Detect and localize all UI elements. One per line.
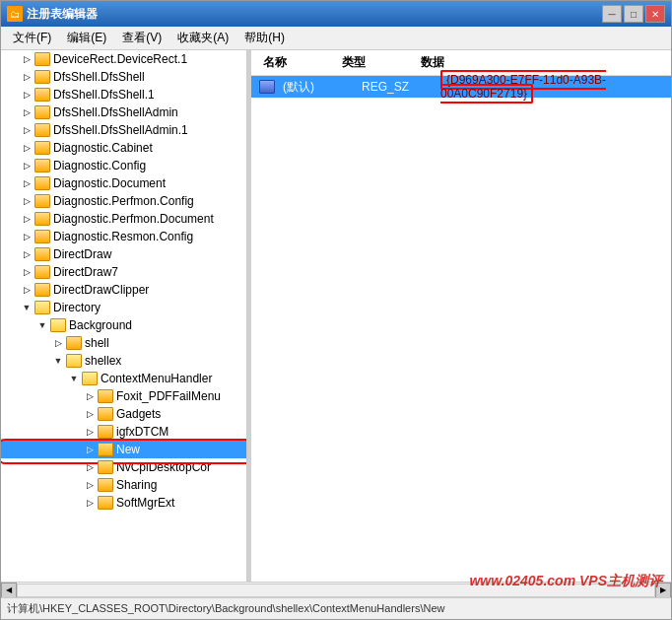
- tree-item-igfxdtcm[interactable]: ▷ igfxDTCM: [1, 423, 246, 441]
- tree-item-new[interactable]: ▷ New: [1, 441, 246, 458]
- tree-item-label: Sharing: [116, 478, 157, 492]
- tree-scroll[interactable]: ▷ DeviceRect.DeviceRect.1 ▷ DfsShell.Dfs…: [1, 50, 246, 582]
- maximize-button[interactable]: □: [624, 5, 643, 23]
- menu-file[interactable]: 文件(F): [5, 28, 59, 48]
- folder-icon: [98, 425, 113, 439]
- tree-item-dfshelladmin1[interactable]: ▷ DfsShell.DfsShellAdmin.1: [1, 121, 246, 139]
- expand-icon[interactable]: ▷: [19, 246, 34, 262]
- expand-icon[interactable]: ▷: [19, 264, 34, 280]
- tree-item-label: igfxDTCM: [116, 425, 168, 439]
- expand-icon[interactable]: ▷: [82, 406, 98, 422]
- tree-item-label: Diagnostic.Resmon.Config: [53, 230, 193, 243]
- expand-icon[interactable]: ▷: [82, 442, 98, 457]
- tree-item-diagnostic-perfmon-doc[interactable]: ▷ Diagnostic.Perfmon.Document: [1, 210, 246, 228]
- expand-icon[interactable]: ▼: [19, 300, 34, 315]
- status-bar: 计算机\HKEY_CLASSES_ROOT\Directory\Backgrou…: [1, 597, 671, 619]
- tree-item-foxit[interactable]: ▷ Foxit_PDFFailMenu: [1, 387, 246, 405]
- tree-item-dfshell[interactable]: ▷ DfsShell.DfsShell: [1, 68, 246, 86]
- folder-icon: [98, 389, 113, 403]
- menu-favorites[interactable]: 收藏夹(A): [169, 28, 236, 48]
- expand-icon[interactable]: ▷: [19, 175, 34, 191]
- tree-item-diagnostic-document[interactable]: ▷ Diagnostic.Document: [1, 174, 246, 192]
- menu-edit[interactable]: 编辑(E): [59, 28, 114, 48]
- tree-item-contextmenuhandlers[interactable]: ▼ ContextMenuHandler: [1, 370, 246, 387]
- folder-icon: [98, 478, 113, 492]
- expand-icon[interactable]: ▷: [19, 69, 34, 85]
- folder-icon: [34, 283, 50, 297]
- tree-item-directdrawclipper[interactable]: ▷ DirectDrawClipper: [1, 281, 246, 299]
- tree-item-label: Diagnostic.Document: [53, 176, 166, 190]
- expand-icon[interactable]: ▷: [50, 335, 66, 351]
- menu-help[interactable]: 帮助(H): [236, 28, 293, 48]
- tree-item-label: Gadgets: [116, 407, 161, 421]
- expand-icon[interactable]: ▷: [19, 229, 34, 244]
- tree-item-diagnostic-resmon[interactable]: ▷ Diagnostic.Resmon.Config: [1, 228, 246, 245]
- tree-item-devicerect[interactable]: ▷ DeviceRect.DeviceRect.1: [1, 50, 246, 68]
- registry-value-icon: [259, 80, 275, 94]
- expand-icon[interactable]: ▷: [82, 388, 98, 404]
- expand-icon[interactable]: ▷: [19, 87, 34, 103]
- col-name: 名称: [259, 52, 338, 73]
- expand-icon[interactable]: ▷: [19, 282, 34, 298]
- watermark: www.02405.com VPS主机测评: [469, 573, 662, 590]
- menu-view[interactable]: 查看(V): [114, 28, 169, 48]
- tree-item-shell[interactable]: ▷ shell: [1, 334, 246, 352]
- tree-item-softmgrext[interactable]: ▷ SoftMgrExt: [1, 494, 246, 512]
- expand-icon[interactable]: ▼: [34, 317, 50, 333]
- close-button[interactable]: ✕: [645, 5, 665, 23]
- expand-icon[interactable]: ▷: [19, 193, 34, 209]
- title-bar-left: 🗂 注册表编辑器: [7, 6, 98, 23]
- tree-item-label: Foxit_PDFFailMenu: [116, 389, 221, 403]
- status-text: 计算机\HKEY_CLASSES_ROOT\Directory\Backgrou…: [7, 601, 444, 616]
- expand-icon[interactable]: ▷: [19, 122, 34, 138]
- folder-icon: [66, 354, 82, 368]
- folder-icon: [98, 460, 113, 474]
- expand-icon[interactable]: ▷: [19, 211, 34, 227]
- col-type: 类型: [338, 52, 417, 73]
- tree-item-nvcpldesktop[interactable]: ▷ NvCplDesktopCor: [1, 458, 246, 476]
- tree-item-diagnostic-config[interactable]: ▷ Diagnostic.Config: [1, 157, 246, 174]
- tree-item-label: Directory: [53, 301, 101, 314]
- tree-item-dfshelladmin[interactable]: ▷ DfsShell.DfsShellAdmin: [1, 103, 246, 121]
- expand-icon[interactable]: ▷: [19, 51, 34, 67]
- tree-item-label: DfsShell.DfsShell: [53, 70, 145, 84]
- tree-item-directdraw7[interactable]: ▷ DirectDraw7: [1, 263, 246, 281]
- tree-item-sharing[interactable]: ▷ Sharing: [1, 476, 246, 494]
- expand-icon[interactable]: ▷: [82, 424, 98, 440]
- expand-icon[interactable]: ▷: [82, 459, 98, 475]
- main-content: ▷ DeviceRect.DeviceRect.1 ▷ DfsShell.Dfs…: [1, 50, 671, 582]
- tree-item-dfshell1[interactable]: ▷ DfsShell.DfsShell.1: [1, 86, 246, 103]
- minimize-button[interactable]: ─: [602, 5, 622, 23]
- expand-icon[interactable]: ▷: [19, 140, 34, 156]
- folder-icon: [34, 105, 50, 119]
- detail-row-default[interactable]: (默认) REG_SZ {D969A300-E7FF-11d0-A93B-00A…: [251, 76, 671, 98]
- tree-item-label: ContextMenuHandler: [101, 372, 212, 385]
- tree-item-label: DfsShell.DfsShellAdmin: [53, 105, 178, 119]
- tree-item-background[interactable]: ▼ Background: [1, 316, 246, 334]
- folder-icon: [34, 141, 50, 155]
- tree-item-directdraw[interactable]: ▷ DirectDraw: [1, 245, 246, 263]
- expand-icon[interactable]: ▼: [66, 371, 82, 386]
- title-bar: 🗂 注册表编辑器 ─ □ ✕: [1, 1, 671, 27]
- tree-item-label: DfsShell.DfsShellAdmin.1: [53, 123, 188, 137]
- expand-icon[interactable]: ▷: [19, 158, 34, 173]
- folder-icon: [34, 52, 50, 66]
- folder-icon: [34, 159, 50, 172]
- expand-icon[interactable]: ▷: [19, 104, 34, 120]
- main-window: 🗂 注册表编辑器 ─ □ ✕ 文件(F) 编辑(E) 查看(V) 收藏夹(A) …: [0, 0, 672, 620]
- tree-item-directory[interactable]: ▼ Directory: [1, 299, 246, 316]
- detail-cell-type: REG_SZ: [358, 80, 437, 94]
- tree-item-diagnostic-cabinet[interactable]: ▷ Diagnostic.Cabinet: [1, 139, 246, 157]
- tree-item-label: Background: [69, 318, 132, 332]
- tree-item-gadgets[interactable]: ▷ Gadgets: [1, 405, 246, 423]
- detail-cell-data: {D969A300-E7FF-11d0-A93B-00A0C90F2719}: [437, 73, 663, 101]
- tree-item-label: Diagnostic.Cabinet: [53, 141, 153, 155]
- expand-icon[interactable]: ▼: [50, 353, 66, 369]
- scroll-left-btn[interactable]: ◀: [1, 583, 17, 598]
- tree-item-diagnostic-perfmon[interactable]: ▷ Diagnostic.Perfmon.Config: [1, 192, 246, 210]
- tree-item-label: New: [116, 443, 140, 456]
- folder-icon: [66, 336, 82, 350]
- expand-icon[interactable]: ▷: [82, 477, 98, 493]
- tree-item-shellex[interactable]: ▼ shellex: [1, 352, 246, 370]
- expand-icon[interactable]: ▷: [82, 495, 98, 511]
